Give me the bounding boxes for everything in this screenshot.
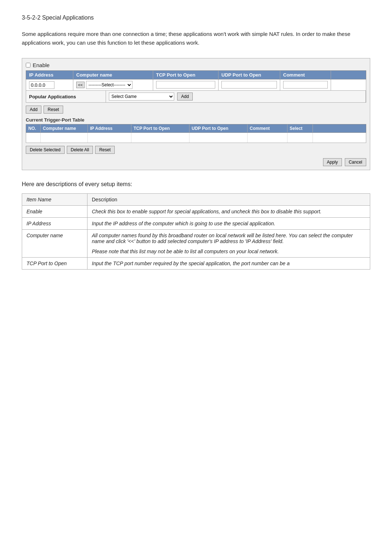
udp-port-cell xyxy=(219,79,280,90)
header-ip: IP Address xyxy=(26,71,73,79)
config-panel: Enable IP Address Computer name TCP Port… xyxy=(22,58,370,170)
enable-row: Enable xyxy=(26,62,366,68)
trigger-header-comment: Comment xyxy=(248,124,287,132)
arrow-button[interactable]: << xyxy=(76,82,85,88)
trigger-header-ip: IP Address xyxy=(88,124,131,132)
desc-text-ip: Input the IP address of the computer whi… xyxy=(87,218,370,230)
trigger-reset-button[interactable]: Reset xyxy=(95,146,114,154)
tcp-port-cell xyxy=(153,79,219,90)
add-button[interactable]: Add xyxy=(26,106,41,114)
popular-apps-select[interactable]: Select Game xyxy=(109,93,174,100)
delete-all-button[interactable]: Delete All xyxy=(67,146,93,154)
bottom-actions: Apply Cancel xyxy=(26,158,366,166)
tcp-port-input[interactable] xyxy=(156,81,215,89)
trigger-header-tcp: TCP Port to Open xyxy=(131,124,189,132)
desc-row-tcp: TCP Port to Open Input the TCP port numb… xyxy=(22,258,370,270)
trigger-header-no: NO. xyxy=(26,124,41,132)
popular-row: Popular Applications Select Game Add xyxy=(26,91,366,103)
intro-text: Some applications require more than one … xyxy=(22,30,370,47)
desc-item-computer-name: Computer name xyxy=(22,230,87,258)
desc-row-ip: IP Address Input the IP address of the c… xyxy=(22,218,370,230)
apply-button[interactable]: Apply xyxy=(323,158,342,166)
computer-name-cell: << ---------Select-------- xyxy=(73,79,153,90)
enable-label: Enable xyxy=(33,62,50,68)
config-data-row: << ---------Select-------- xyxy=(26,79,366,91)
desc-text-enable: Check this box to enable support for spe… xyxy=(87,206,370,218)
desc-text-tcp: Input the TCP port number required by th… xyxy=(87,258,370,270)
desc-row-enable: Enable Check this box to enable support … xyxy=(22,206,370,218)
page-title: 3-5-2-2 Special Applications xyxy=(22,15,370,21)
trigger-table-header: NO. Computer name IP Address TCP Port to… xyxy=(26,124,366,133)
cancel-button[interactable]: Cancel xyxy=(345,158,366,166)
desc-row-computer-name: Computer name All computer names found b… xyxy=(22,230,370,258)
header-computer-name: Computer name xyxy=(73,71,153,79)
trigger-header-udp: UDP Port to Open xyxy=(189,124,248,132)
ip-cell xyxy=(26,79,73,90)
desc-item-tcp: TCP Port to Open xyxy=(22,258,87,270)
popular-right: Select Game Add xyxy=(106,91,366,102)
add-popular-button[interactable]: Add xyxy=(177,93,193,100)
desc-header-item: Item Name xyxy=(22,194,87,206)
reset-button[interactable]: Reset xyxy=(44,106,63,114)
header-comment: Comment xyxy=(280,71,331,79)
udp-port-input[interactable] xyxy=(221,81,277,89)
header-tcp-port: TCP Port to Open xyxy=(153,71,219,79)
config-table-header: IP Address Computer name TCP Port to Ope… xyxy=(26,70,366,79)
comment-input[interactable] xyxy=(283,81,328,89)
desc-item-enable: Enable xyxy=(22,206,87,218)
trigger-title: Current Trigger-Port Table xyxy=(26,117,366,123)
trigger-section: Current Trigger-Port Table NO. Computer … xyxy=(26,117,366,166)
delete-selected-button[interactable]: Delete Selected xyxy=(26,146,65,154)
enable-checkbox[interactable] xyxy=(26,63,30,67)
desc-header-description: Description xyxy=(87,194,370,206)
comment-cell xyxy=(280,79,331,90)
desc-heading: Here are descriptions of every setup ite… xyxy=(22,181,370,188)
header-udp-port: UDP Port to Open xyxy=(219,71,280,79)
computer-name-select[interactable]: ---------Select-------- xyxy=(86,81,132,89)
description-table: Item Name Description Enable Check this … xyxy=(22,193,370,270)
desc-text-computer-name: All computer names found by this broadba… xyxy=(87,230,370,258)
trigger-header-select: Select xyxy=(287,124,313,132)
ip-address-input[interactable] xyxy=(29,81,54,89)
trigger-header-computer: Computer name xyxy=(41,124,88,132)
trigger-empty-row xyxy=(26,133,366,143)
popular-label: Popular Applications xyxy=(26,91,106,102)
trigger-actions: Delete Selected Delete All Reset xyxy=(26,146,366,154)
desc-item-ip: IP Address xyxy=(22,218,87,230)
action-buttons: Add Reset xyxy=(26,106,366,114)
